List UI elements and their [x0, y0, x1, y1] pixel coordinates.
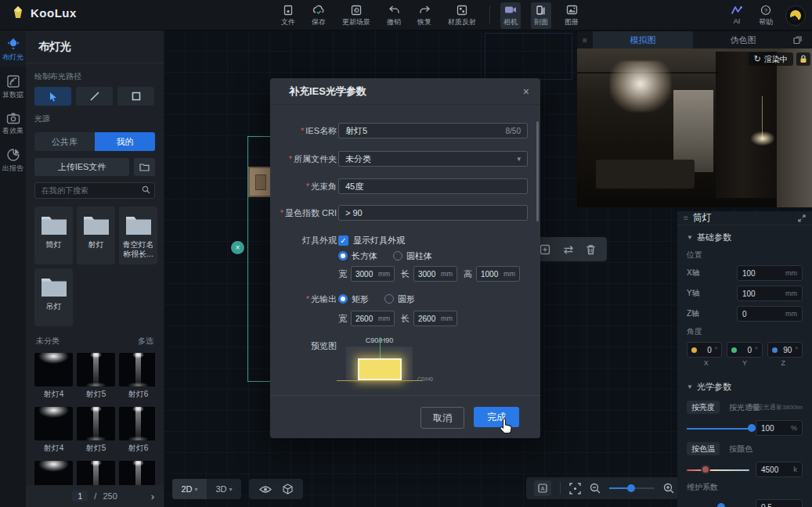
tab-by-color[interactable]: 按颜色 [724, 442, 757, 455]
angle-y-input[interactable]: 0 ° [727, 342, 762, 358]
angle-z-input[interactable]: 90 ° [767, 342, 803, 358]
output-width-input[interactable]: 2600mm [351, 311, 395, 326]
search-input[interactable] [34, 182, 155, 199]
tab-my-library[interactable]: 我的 [95, 132, 155, 151]
axis-z-input[interactable]: 0 mm [737, 306, 803, 322]
deselect-handle-button[interactable]: × [231, 241, 244, 254]
light-item[interactable]: 射灯4 [34, 407, 73, 457]
cri-input[interactable]: > 90 [338, 205, 528, 221]
page-current[interactable]: 1 [72, 491, 88, 502]
toolbar-album-button[interactable]: 图册 [561, 2, 582, 29]
basic-params-section[interactable]: ▼ 基础参数 [687, 232, 803, 243]
trash-icon[interactable] [586, 244, 596, 255]
light-item[interactable] [77, 461, 115, 485]
toolbar-undo-button[interactable]: 撤销 [384, 2, 404, 29]
tab-public-library[interactable]: 公共库 [34, 132, 95, 151]
toolbar-update-scene-button[interactable]: 更新场景 [339, 2, 374, 29]
toolbar-material-reflection-button[interactable]: 材质反射 [445, 2, 479, 29]
cct-slider[interactable] [687, 466, 749, 473]
light-item[interactable] [119, 461, 155, 485]
expand-panel-icon[interactable] [793, 36, 812, 45]
close-icon[interactable]: × [523, 85, 529, 98]
folder-select[interactable]: 未分类 ▾ [338, 151, 528, 167]
maintenance-slider[interactable] [687, 503, 749, 507]
cct-slider-handle[interactable] [701, 465, 710, 474]
nav-item-view-effect[interactable]: 看效果 [0, 105, 26, 141]
beam-angle-input[interactable]: 45度 [338, 178, 528, 194]
light-item[interactable] [34, 461, 73, 485]
cancel-button[interactable]: 取消 [420, 407, 464, 429]
view-3d-button[interactable]: 3D▾ [207, 479, 241, 499]
select-tool-button[interactable] [34, 87, 71, 106]
appearance-width-input[interactable]: 3000mm [351, 266, 395, 282]
cuboid-option[interactable]: 长方体 [338, 250, 377, 262]
nav-item-calc-data[interactable]: 算数据 [0, 67, 26, 105]
angle-x-input[interactable]: 0 ° [687, 342, 722, 358]
upload-ies-button[interactable]: 上传IES文件 [34, 158, 129, 176]
multi-select-button[interactable]: 多选 [138, 336, 153, 347]
drag-handle-icon[interactable]: ≡ [684, 214, 688, 222]
light-item[interactable]: 射灯5 [77, 407, 115, 457]
rect-tool-button[interactable] [117, 87, 154, 106]
cylinder-option[interactable]: 圆柱体 [393, 250, 432, 262]
plan-picture-object[interactable] [248, 167, 272, 197]
view-2d-button[interactable]: 2D▾ [172, 479, 207, 499]
cube-icon[interactable] [283, 484, 293, 494]
expand-panel-icon[interactable] [798, 214, 806, 222]
appearance-height-input[interactable]: 1000mm [476, 266, 520, 282]
visibility-eye-icon[interactable] [259, 485, 272, 494]
maintenance-input[interactable]: 0.5 [756, 499, 803, 507]
brightness-input[interactable]: 100 % [756, 420, 803, 436]
next-page-button[interactable]: › [151, 491, 154, 502]
output-length-input[interactable]: 2600mm [413, 311, 457, 326]
ies-name-input[interactable]: 射灯5 8/50 [338, 123, 528, 138]
toolbar-section-button[interactable]: 剖面 [531, 2, 551, 29]
help-button[interactable]: ? 帮助 [756, 2, 776, 29]
duplicate-icon[interactable] [540, 244, 550, 255]
axis-x-input[interactable]: 100 mm [737, 265, 803, 281]
light-item[interactable]: 射灯6 [119, 353, 155, 403]
appearance-length-input[interactable]: 3000mm [413, 266, 457, 282]
toolbar-file-button[interactable]: 文件 [278, 2, 298, 29]
axis-y-input[interactable]: 100 mm [737, 286, 803, 301]
swap-icon[interactable]: ⇄ [563, 243, 573, 257]
lock-view-button[interactable] [796, 52, 810, 66]
light-item[interactable]: 射灯4 [34, 353, 73, 403]
toolbar-redo-button[interactable]: 恢复 [414, 2, 435, 29]
zoom-out-icon[interactable] [590, 483, 601, 494]
tab-simulation[interactable]: 模拟图 [593, 31, 693, 49]
ai-button[interactable]: AI [727, 2, 746, 27]
tab-false-color[interactable]: 伪色图 [693, 31, 793, 49]
drag-handle-icon[interactable]: ≡ [577, 36, 593, 45]
maintenance-slider-handle[interactable] [717, 503, 725, 507]
cct-input[interactable]: 4500 k [756, 462, 803, 477]
confirm-button[interactable]: 完成 [474, 407, 519, 427]
nav-item-report[interactable]: 出报告 [0, 141, 26, 178]
rect-output-option[interactable]: 矩形 [338, 293, 369, 305]
zoom-in-icon[interactable] [663, 483, 674, 494]
underlay-image-button[interactable]: A [534, 480, 551, 496]
brightness-slider-handle[interactable] [748, 424, 756, 432]
nav-item-lighting[interactable]: 布灯光 [0, 30, 26, 67]
folder-tile[interactable]: 吊灯 [34, 268, 73, 326]
optics-params-section[interactable]: ▼ 光学参数 [687, 381, 803, 393]
tab-by-cct[interactable]: 按色温 [687, 442, 720, 455]
toolbar-camera-button[interactable]: 相机 [500, 2, 521, 29]
line-tool-button[interactable] [76, 87, 113, 106]
folder-tile[interactable]: 射灯 [77, 207, 115, 264]
render-preview-image[interactable] [577, 49, 812, 207]
tab-by-brightness[interactable]: 按亮度 [687, 401, 720, 414]
zoom-slider-handle[interactable] [627, 484, 635, 492]
modal-scrollbar[interactable] [536, 121, 539, 221]
new-folder-button[interactable] [134, 158, 155, 176]
brightness-slider[interactable] [687, 424, 749, 432]
show-appearance-checkbox[interactable]: ✓ [338, 236, 348, 246]
folder-tile[interactable]: 筒灯 [34, 207, 73, 264]
light-item[interactable]: 射灯6 [119, 407, 155, 457]
light-item[interactable]: 射灯5 [77, 353, 115, 403]
folder-tile[interactable]: 青空灯名称很长... [119, 207, 157, 264]
zoom-slider[interactable] [609, 484, 655, 492]
user-avatar[interactable] [785, 5, 806, 26]
toolbar-save-button[interactable]: 保存 [309, 2, 329, 29]
circle-output-option[interactable]: 圆形 [384, 293, 415, 305]
